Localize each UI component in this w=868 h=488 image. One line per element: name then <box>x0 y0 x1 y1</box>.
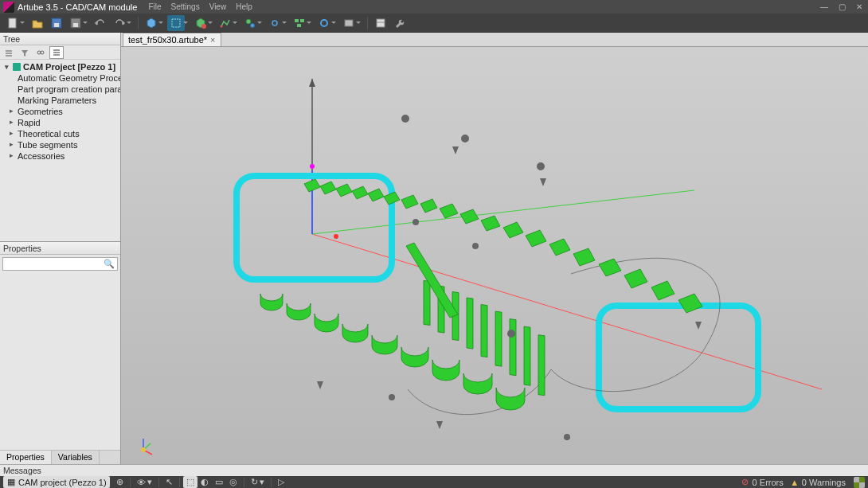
tab-properties[interactable]: Properties <box>0 451 52 464</box>
redo-button[interactable] <box>111 15 128 31</box>
chain-icon <box>36 48 45 57</box>
tree-list-mode-button[interactable] <box>49 46 64 59</box>
tree-item[interactable]: Accessories <box>0 150 120 162</box>
cursor-icon: ↖ <box>166 477 173 487</box>
project-selector-button[interactable]: ▦ CAM project (Pezzo 1) <box>3 476 110 488</box>
svg-point-13 <box>321 20 327 26</box>
process-button[interactable] <box>241 15 259 31</box>
menu-file[interactable]: File <box>148 2 161 11</box>
svg-rect-34 <box>510 319 516 376</box>
eye-icon: 👁 <box>137 478 146 487</box>
sb-play-button[interactable]: ▷ <box>275 476 287 488</box>
nest-button[interactable] <box>291 15 308 31</box>
warnings-indicator[interactable]: ▲ 0 Warnings <box>787 476 849 488</box>
svg-rect-32 <box>481 305 487 357</box>
menu-help[interactable]: Help <box>236 2 252 11</box>
tab-variables[interactable]: Variables <box>52 451 100 464</box>
svg-marker-46 <box>540 178 546 186</box>
tree-item-label: Automatic Geometry Processing <box>18 73 120 83</box>
link-button[interactable] <box>266 15 283 31</box>
svg-rect-35 <box>524 326 530 385</box>
settings-gear-button[interactable] <box>315 15 333 31</box>
collapse-icon <box>4 48 14 57</box>
sb-shade-button[interactable]: ◐ <box>197 476 212 488</box>
sb-cursor-button[interactable]: ↖ <box>162 476 176 488</box>
refresh-icon: ↻ <box>251 477 258 487</box>
tree-collapse-button[interactable] <box>2 46 16 59</box>
sb-select-button[interactable]: ⬚ <box>183 476 197 488</box>
file-tab[interactable]: test_fr50x30.artube* × <box>123 33 221 46</box>
tree-item[interactable]: Marking Parameters <box>0 95 120 106</box>
sheet-icon <box>374 17 387 29</box>
toolpath-button[interactable] <box>217 15 234 31</box>
close-button[interactable]: ✕ <box>850 0 868 14</box>
wrench-button[interactable] <box>391 15 409 31</box>
file-tab-close-button[interactable]: × <box>210 35 215 45</box>
open-file-button[interactable] <box>29 15 46 31</box>
tree-link-button[interactable] <box>33 46 48 59</box>
save-alt-icon <box>69 17 82 29</box>
tree-item-label: Theoretical cuts <box>18 129 80 139</box>
undo-button[interactable] <box>92 15 109 31</box>
svg-point-17 <box>37 51 41 54</box>
minimize-button[interactable]: — <box>815 0 833 14</box>
menu-settings[interactable]: Settings <box>171 2 200 11</box>
maximize-button[interactable]: ▢ <box>833 0 850 14</box>
error-icon: ⊘ <box>741 478 750 487</box>
svg-rect-36 <box>538 335 545 396</box>
tree-item[interactable]: Automatic Geometry Processing <box>0 72 120 84</box>
svg-rect-0 <box>9 18 16 28</box>
sb-render-button[interactable]: ◎ <box>226 476 240 488</box>
select-icon: ⬚ <box>186 477 194 487</box>
section-view-button[interactable] <box>192 15 209 31</box>
tree-item-label: Accessories <box>18 151 65 161</box>
sb-eye-button[interactable]: 👁▾ <box>134 476 155 488</box>
wire-icon: ▭ <box>215 477 223 487</box>
viewport-area: test_fr50x30.artube* × <box>121 33 868 464</box>
viewport-canvas[interactable] <box>121 47 868 464</box>
undo-icon <box>94 17 107 29</box>
save-file-button[interactable] <box>48 15 65 31</box>
properties-panel: Properties 🔍 Properties Variables <box>0 241 120 464</box>
svg-point-44 <box>564 434 570 440</box>
tree-item[interactable]: Part program creation parameters <box>0 84 120 95</box>
save-icon <box>50 17 63 29</box>
svg-marker-48 <box>317 381 323 389</box>
properties-search-input[interactable] <box>2 257 118 271</box>
tree-toolbar <box>0 45 120 60</box>
sb-globe-button[interactable]: ⊕ <box>113 476 127 488</box>
tree-root[interactable]: CAM Project [Pezzo 1] <box>0 61 120 72</box>
svg-point-25 <box>334 234 338 239</box>
project-tree[interactable]: CAM Project [Pezzo 1] Automatic Geometry… <box>0 60 120 241</box>
file-tab-bar: test_fr50x30.artube* × <box>121 33 868 47</box>
model-view-button[interactable] <box>143 15 160 31</box>
properties-body <box>0 273 120 450</box>
svg-rect-11 <box>300 19 304 22</box>
box-button[interactable] <box>340 15 358 31</box>
svg-rect-10 <box>295 19 299 22</box>
svg-rect-33 <box>495 311 502 366</box>
menu-view[interactable]: View <box>209 2 227 11</box>
tree-item[interactable]: Rapid <box>0 117 120 128</box>
new-file-button[interactable] <box>4 15 22 31</box>
render-icon: ◎ <box>229 477 237 487</box>
messages-panel-header[interactable]: Messages <box>0 464 868 476</box>
tree-item[interactable]: Theoretical cuts <box>0 128 120 139</box>
warning-icon: ▲ <box>790 478 800 487</box>
tree-item[interactable]: Geometries <box>0 106 120 117</box>
save-dropdown-button[interactable] <box>67 15 84 31</box>
toolpath-icon <box>219 17 232 29</box>
orientation-triad[interactable] <box>133 435 154 456</box>
select-mode-button[interactable] <box>167 15 185 31</box>
svg-point-18 <box>41 51 44 54</box>
tree-item[interactable]: Tube segments <box>0 139 120 150</box>
project-icon <box>13 63 21 71</box>
svg-point-41 <box>472 243 479 249</box>
sheet-button[interactable] <box>372 15 389 31</box>
sb-refresh-button[interactable]: ↻▾ <box>248 476 268 488</box>
svg-rect-28 <box>424 280 430 325</box>
sb-wire-button[interactable]: ▭ <box>212 476 226 488</box>
errors-indicator[interactable]: ⊘ 0 Errors <box>737 476 787 488</box>
tree-filter-button[interactable] <box>18 46 32 59</box>
svg-point-37 <box>401 115 409 123</box>
